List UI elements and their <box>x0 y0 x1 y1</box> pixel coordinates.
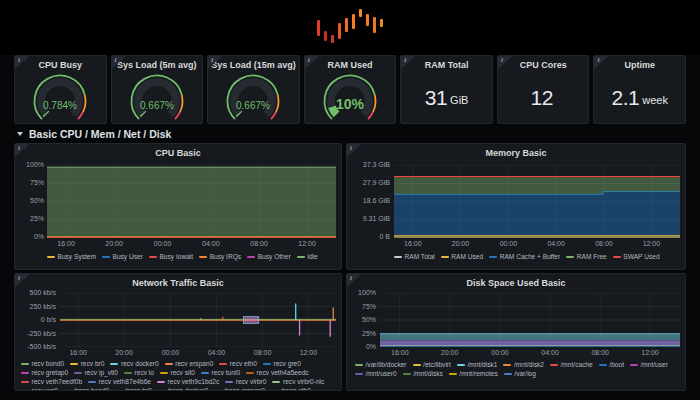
x-tick: 08:00 <box>595 240 613 247</box>
panel-info-corner[interactable]: i <box>305 56 320 69</box>
legend-item[interactable]: RAM Cache + Buffer <box>489 253 560 261</box>
panel-title[interactable]: Disk Space Used Basic <box>347 274 685 288</box>
legend-swatch <box>355 364 363 366</box>
legend-item[interactable]: /mnt/disks <box>403 370 443 378</box>
legend-label: Busy Other <box>258 253 291 261</box>
legend-item[interactable]: Idle <box>297 253 318 261</box>
legend-item[interactable]: Busy IRQs <box>199 253 241 261</box>
x-tick: 04:00 <box>202 240 220 247</box>
legend-swatch <box>88 381 96 383</box>
legend-label: recv sit0 <box>170 369 195 377</box>
legend-item[interactable]: Busy Iowait <box>149 253 193 261</box>
legend-item[interactable]: recv veth87e4b6e <box>88 378 151 386</box>
legend-swatch <box>160 372 168 374</box>
legend-item[interactable]: trans bond0 <box>64 387 109 391</box>
legend-item[interactable]: /var/log <box>504 370 536 378</box>
gauge-value: 0.667% <box>140 100 174 111</box>
y-tick: -500 kb/s <box>17 343 56 351</box>
legend-swatch <box>263 363 271 365</box>
legend-item[interactable]: /etc/libvirt <box>413 361 451 369</box>
panel-info-corner[interactable]: i <box>347 274 362 287</box>
legend-item[interactable]: recv virbr0 <box>225 378 266 386</box>
panel-disk-space-used-basic: i Disk Space Used Basic 100%75%50%25%0% … <box>346 273 686 391</box>
legend-item[interactable]: recv virbr0-nic <box>272 378 324 386</box>
gauge-canvas: 0.667% <box>209 71 297 123</box>
legend-item[interactable]: SWAP Used <box>613 253 660 261</box>
legend-item[interactable]: recv erspan0 <box>165 360 214 368</box>
legend-item[interactable]: recv veth7eedf0b <box>21 378 82 386</box>
legend-swatch <box>64 390 72 391</box>
legend-item[interactable]: recv gre0 <box>263 360 301 368</box>
legend-item[interactable]: RAM Used <box>441 253 483 261</box>
legend-item[interactable]: Busy User <box>102 253 143 261</box>
legend-label: /var/log <box>514 370 536 378</box>
x-tick: 12:00 <box>298 240 316 247</box>
panel-info-corner[interactable]: i <box>594 56 609 69</box>
gauge-value: 0.784% <box>43 100 77 111</box>
legend-item[interactable]: recv veth9c1bd2c <box>157 378 219 386</box>
legend-item[interactable]: /mnt/cache <box>550 361 593 369</box>
legend-item[interactable]: Busy System <box>47 253 96 261</box>
legend-swatch <box>599 364 607 366</box>
legend-item[interactable]: /var/lib/docker <box>355 361 407 369</box>
legend-label: /boot <box>609 361 624 369</box>
x-tick: 04:00 <box>547 240 565 247</box>
y-tick: 250 kb/s <box>17 303 56 311</box>
legend-item[interactable]: recv lo <box>124 369 154 377</box>
legend-item[interactable]: recv veth4a5eedc <box>246 369 309 377</box>
legend-item[interactable]: trans eth0 <box>271 387 311 391</box>
legend-swatch <box>225 381 233 383</box>
info-icon: i <box>501 56 503 64</box>
legend-swatch <box>566 256 574 258</box>
panel-sys-load-5m: i Sys Load (5m avg) 0.667% <box>111 55 204 124</box>
y-tick: 0% <box>17 233 44 241</box>
panel-info-corner[interactable]: i <box>15 274 30 287</box>
legend-item[interactable]: recv docker0 <box>110 360 158 368</box>
y-tick: 18.6 GiB <box>349 197 390 205</box>
legend-item[interactable]: /mnt/disk2 <box>503 361 544 369</box>
panel-info-corner[interactable]: i <box>15 56 30 69</box>
legend-item[interactable]: recv wg0 <box>21 387 58 391</box>
legend-item[interactable]: /mnt/user0 <box>355 370 397 378</box>
legend-item[interactable]: recv gretap0 <box>21 369 68 377</box>
panel-info-corner[interactable]: i <box>112 56 127 69</box>
legend-item[interactable]: recv eth0 <box>219 360 257 368</box>
x-tick: 12:00 <box>643 240 661 247</box>
stat-row: i CPU Busy 0.784% i Sys Load (5m avg) 0.… <box>14 55 686 124</box>
panel-info-corner[interactable]: i <box>347 144 362 157</box>
legend-item[interactable]: recv br0 <box>70 360 104 368</box>
panel-title[interactable]: Memory Basic <box>347 144 685 158</box>
panel-info-corner[interactable]: i <box>401 56 416 69</box>
legend-item[interactable]: /boot <box>599 361 624 369</box>
legend-item[interactable]: /mnt/remotes <box>449 370 498 378</box>
legend-item[interactable]: recv sit0 <box>160 369 195 377</box>
legend-swatch <box>199 256 207 258</box>
legend-item[interactable]: trans docker0 <box>158 387 208 391</box>
info-icon: i <box>308 56 310 64</box>
panel-info-corner[interactable]: i <box>15 144 30 157</box>
legend-label: /mnt/disk2 <box>514 361 544 369</box>
legend-item[interactable]: /mnt/user <box>630 361 668 369</box>
legend-item[interactable]: recv bond0 <box>21 360 64 368</box>
legend-label: RAM Free <box>577 253 607 261</box>
x-tick: 20:00 <box>105 240 123 247</box>
legend-item[interactable]: recv ip_vti0 <box>74 369 118 377</box>
legend-item[interactable]: trans erspan0 <box>214 387 265 391</box>
panel-info-corner[interactable]: i <box>208 56 223 69</box>
legend-swatch <box>115 390 123 391</box>
legend-item[interactable]: recv tunl0 <box>201 369 240 377</box>
legend-item[interactable]: /mnt/disk1 <box>457 361 498 369</box>
legend-swatch <box>21 381 29 383</box>
panel-title[interactable]: Network Traffic Basic <box>15 274 341 288</box>
legend-item[interactable]: Busy Other <box>247 253 290 261</box>
legend-item[interactable]: trans br0 <box>115 387 152 391</box>
legend-swatch <box>47 256 55 258</box>
legend-item[interactable]: RAM Free <box>566 253 607 261</box>
stat-number: 31 <box>425 86 447 110</box>
legend-swatch <box>394 256 402 258</box>
panel-title[interactable]: CPU Basic <box>15 144 341 158</box>
row-header-basic[interactable]: Basic CPU / Mem / Net / Disk <box>14 125 686 143</box>
panel-info-corner[interactable]: i <box>498 56 513 69</box>
info-icon: i <box>350 274 352 282</box>
legend-item[interactable]: RAM Total <box>394 253 435 261</box>
